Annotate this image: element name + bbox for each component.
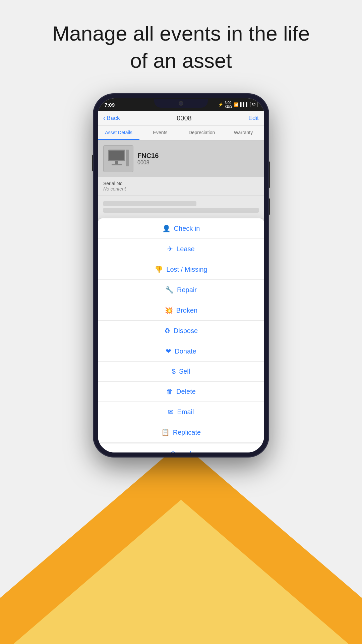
signal-icon: ▌▌▌ [240, 102, 249, 107]
dispose-label: Dispose [174, 327, 198, 335]
computer-image-icon [107, 148, 130, 170]
back-label: Back [107, 115, 120, 122]
checkin-icon: 👤 [162, 224, 171, 232]
action-checkin[interactable]: 👤 Check in [98, 218, 264, 239]
side-button-right [268, 161, 270, 188]
replicate-icon: 📋 [161, 428, 170, 436]
action-donate[interactable]: ❤ Donate [98, 341, 264, 362]
asset-id: 0008 [137, 160, 159, 166]
lease-label: Lease [176, 245, 195, 253]
edit-button[interactable]: Edit [248, 115, 259, 122]
broken-icon: 💥 [165, 306, 173, 314]
svg-rect-4 [126, 150, 129, 166]
camera-dot [179, 101, 183, 106]
broken-label: Broken [176, 307, 197, 314]
tabs: Asset Details Events Depreciation Warran… [98, 126, 264, 141]
serial-value: No content [103, 186, 259, 192]
action-lost-missing[interactable]: 👎 Lost / Missing [98, 259, 264, 280]
sell-label: Sell [179, 368, 190, 375]
action-replicate[interactable]: 📋 Replicate [98, 422, 264, 443]
delete-icon: 🗑 [166, 388, 173, 395]
nav-bar: ‹ Back 0008 Edit [98, 111, 264, 126]
page-title: Manage all events in the life of an asse… [25, 0, 337, 88]
checkin-label: Check in [174, 225, 200, 232]
blurred-row-1 [98, 196, 264, 218]
lost-missing-label: Lost / Missing [166, 266, 207, 273]
dispose-icon: ♻ [164, 327, 170, 335]
wifi-icon: 📶 [234, 102, 239, 107]
email-icon: ✉ [168, 408, 174, 416]
tab-warranty[interactable]: Warranty [223, 126, 264, 140]
asset-name: FNC16 [137, 152, 159, 160]
repair-icon: 🔧 [165, 286, 174, 294]
delete-label: Delete [176, 388, 196, 395]
action-email[interactable]: ✉ Email [98, 402, 264, 422]
phone-frame: 7:09 ⚡ 6.00KB/S 📶 ▌▌▌ 52 ‹ Back 0008 Edi… [94, 94, 268, 457]
phone-screen: 7:09 ⚡ 6.00KB/S 📶 ▌▌▌ 52 ‹ Back 0008 Edi… [98, 98, 264, 452]
back-button[interactable]: ‹ Back [103, 115, 120, 122]
svg-rect-1 [109, 151, 124, 160]
bluetooth-icon: ⚡ [218, 102, 223, 107]
repair-label: Repair [177, 286, 197, 294]
lease-icon: ✈ [167, 245, 173, 253]
action-dispose[interactable]: ♻ Dispose [98, 321, 264, 341]
tab-depreciation[interactable]: Depreciation [181, 126, 223, 140]
action-lease[interactable]: ✈ Lease [98, 239, 264, 259]
asset-image [103, 145, 133, 172]
donate-label: Donate [175, 347, 196, 355]
lost-missing-icon: 👎 [155, 265, 163, 273]
status-icons: ⚡ 6.00KB/S 📶 ▌▌▌ 52 [218, 101, 257, 108]
serial-label: Serial No [103, 181, 259, 186]
email-label: Email [177, 408, 194, 416]
battery-icon: 52 [250, 102, 257, 107]
svg-rect-2 [115, 161, 118, 164]
action-repair[interactable]: 🔧 Repair [98, 280, 264, 300]
chevron-left-icon: ‹ [103, 115, 105, 122]
sell-icon: $ [172, 368, 176, 375]
svg-rect-3 [112, 164, 122, 165]
asset-info: FNC16 0008 [98, 141, 264, 177]
status-time: 7:09 [105, 102, 115, 108]
action-sell[interactable]: $ Sell [98, 362, 264, 382]
data-speed: 6.00KB/S [225, 101, 232, 108]
tab-asset-details[interactable]: Asset Details [98, 126, 139, 140]
nav-title: 0008 [177, 114, 192, 122]
action-broken[interactable]: 💥 Broken [98, 300, 264, 321]
donate-icon: ❤ [166, 347, 171, 355]
action-sheet: 👤 Check in ✈ Lease 👎 Lost / Missing 🔧 Re… [98, 218, 264, 452]
camera-bar [154, 99, 208, 108]
tab-events[interactable]: Events [139, 126, 181, 140]
side-button-right-2 [268, 198, 270, 215]
serial-section: Serial No No content [98, 177, 264, 196]
cancel-button[interactable]: Cancel [98, 443, 264, 452]
action-delete[interactable]: 🗑 Delete [98, 382, 264, 402]
replicate-label: Replicate [173, 429, 201, 436]
asset-details-text: FNC16 0008 [137, 152, 159, 166]
